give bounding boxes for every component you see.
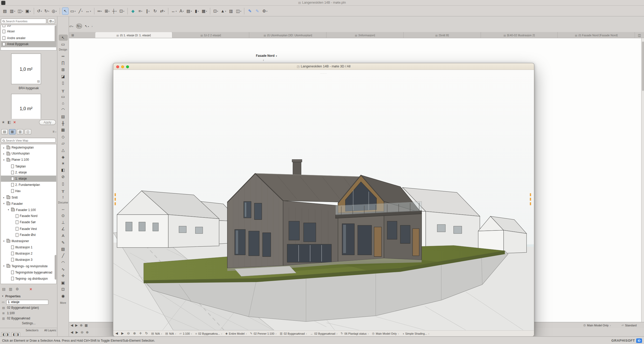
tree-item-2-etasje[interactable]: 2. etasje <box>1 169 56 175</box>
main-field-standard[interactable]: ▱Standard <box>621 324 636 327</box>
tree-item-utomhusplan[interactable]: ▸Utomhusplan <box>1 151 56 157</box>
favorite-preview-card[interactable]: 1,0 m² ▨ <box>11 94 41 119</box>
tool-drawing[interactable]: ⊡ <box>59 286 68 292</box>
toolbar-button-line-mode[interactable]: ╱▾ <box>77 7 84 15</box>
delete-view-button[interactable]: × <box>30 287 32 291</box>
tool-zone[interactable]: ▱ <box>59 140 68 146</box>
toolbar-button-arrow[interactable]: ↖ <box>62 7 69 15</box>
viewmap-settings-icon[interactable]: ⚙ <box>16 287 19 291</box>
tree-item-tegnings-og-revisjonsliste[interactable]: ▾Tegnings- og revisjonsliste <box>1 263 56 269</box>
apply-button[interactable]: Apply <box>39 120 56 125</box>
tool-beam-segment[interactable]: ╥ <box>59 187 68 193</box>
main-field-main-model-only[interactable]: ◎Main Model Only› <box>583 324 611 327</box>
canvas-scrollbar[interactable] <box>641 38 644 322</box>
disclosure-icon[interactable]: ▾ <box>3 240 5 242</box>
toolbar-button-open[interactable]: ▥▾ <box>9 7 16 15</box>
tree-item-tegningsliste-bygges-knad[interactable]: Tegningsliste byggesøknad <box>1 269 56 276</box>
viewer-field-scale-1-100[interactable]: ▱1:100› <box>179 332 192 335</box>
disclosure-icon[interactable]: ▸ <box>3 152 5 155</box>
tool-text[interactable]: A <box>59 233 68 239</box>
favorites-settings-button[interactable]: ⚙▾ <box>48 18 55 24</box>
toolbar-button-snap-points[interactable]: ⊡▾ <box>119 7 125 15</box>
tab-informasjon[interactable]: ▤[Informasjon] <box>327 32 404 38</box>
strip-back-button[interactable]: ◀ <box>71 330 73 334</box>
viewer-field-sheet-n-a[interactable]: ▤N/A› <box>165 332 176 335</box>
canvas-forward-button[interactable]: ▶ <box>75 323 78 327</box>
viewer-field-renovation-filter-06-planlagt-status[interactable]: ↻06 Planlagt status› <box>341 332 369 335</box>
tool-camera[interactable]: ◉ <box>59 293 68 299</box>
viewmode-layout-button[interactable]: ▥ <box>17 129 23 135</box>
viewmap-search-input[interactable] <box>6 139 54 142</box>
tree-item-illustrasjon-1[interactable]: Illustrasjon 1 <box>1 244 56 250</box>
tool-level-dimension[interactable]: ⊥ <box>59 219 68 226</box>
elevation-marker[interactable]: Fasade Nord ▼ <box>256 54 277 58</box>
property-row-02-bygges-knad[interactable]: ▥02 Byggesøknad <box>0 316 57 321</box>
mini-toolbar-rotate-view-button[interactable]: ↻▾ <box>76 23 82 29</box>
disclosure-icon[interactable]: ▾ <box>7 209 10 211</box>
viewer-zoom-in-button[interactable]: ⊕ <box>133 332 136 335</box>
app-icon[interactable] <box>1 1 5 5</box>
tool-arc[interactable]: ◠ <box>59 259 68 266</box>
toolbar-button-distribute[interactable]: ∥▾ <box>144 7 151 15</box>
viewer-pan-button[interactable]: ✛ <box>139 332 142 335</box>
toolbar-button-find-select[interactable]: ◎▾ <box>51 7 58 15</box>
favorites-search[interactable] <box>1 18 46 24</box>
viewer-field-shading-simple-shading[interactable]: ◑Simple Shading...› <box>402 332 429 335</box>
viewer-field-layer-02-bygges-kna[interactable]: ≡02 Byggesøkna...› <box>195 332 222 335</box>
tool-wall[interactable]: ═ <box>59 53 68 59</box>
toolbar-button-redo[interactable]: ↻▾ <box>44 7 50 15</box>
tree-item-planer-1-100[interactable]: ▾Planer 1:100 <box>1 157 56 163</box>
tree-item-takplan[interactable]: Takplan <box>1 163 56 169</box>
toolbar-button-organizer[interactable]: ▥ <box>228 7 234 15</box>
viewer-zoom-out-button[interactable]: ⊖ <box>127 332 130 335</box>
tree-item-hav[interactable]: Hav <box>1 188 56 194</box>
viewmap-scrollbar[interactable] <box>55 255 57 279</box>
window-drag-dots[interactable]: ∙∙∙∙∙∙ <box>320 72 327 75</box>
tool-opening[interactable]: ⊘ <box>59 174 68 180</box>
3d-render[interactable] <box>113 70 534 330</box>
strip-forward-button[interactable]: ▶ <box>76 330 78 334</box>
toolbar-button-publish[interactable]: ▲▾ <box>220 7 227 15</box>
tool-arrow[interactable]: ↖ <box>59 34 68 41</box>
viewer-back-button[interactable]: ◀ <box>115 332 118 335</box>
toolbar-button-mirror[interactable]: ⇄▾ <box>159 7 166 15</box>
disclosure-icon[interactable]: ▾ <box>3 202 5 205</box>
toolbar-button-pens[interactable]: ▮▾ <box>193 7 200 15</box>
canvas-zoom-button[interactable]: ⊕ <box>80 323 83 327</box>
viewer-field-pen-set-02-penner-1-100[interactable]: ✎02 Penner 1:100› <box>250 332 277 335</box>
tool-skylight[interactable]: ◪ <box>59 73 68 80</box>
tool-polyline[interactable]: ∿ <box>59 266 68 272</box>
disclosure-icon[interactable]: ▾ <box>3 265 5 268</box>
tool-shell[interactable]: ◠ <box>59 107 68 113</box>
toolbar-button-print[interactable]: ▣▾ <box>25 7 32 15</box>
minimize-button[interactable] <box>121 65 124 68</box>
new-folder-icon[interactable]: ▤ <box>2 287 6 291</box>
tool-line[interactable]: ╱ <box>59 253 68 259</box>
properties-header[interactable]: ▾ Properties <box>0 294 57 299</box>
tree-item-snitt[interactable]: ▸Snitt <box>1 194 56 200</box>
viewer-titlebar[interactable]: ◳ Langeneskilen 14B - møte 3D / All <box>113 63 534 70</box>
viewer-window-3d[interactable]: ◳ Langeneskilen 14B - møte 3D / All <box>113 63 534 336</box>
tool-window[interactable]: ⊞ <box>59 67 68 73</box>
tab-i-1-etasje-3-1-etasje[interactable]: ▤(I) 1. etasje [3: 1. etasje] <box>95 32 172 38</box>
tree-item-fasade-s-r[interactable]: Fasade Sør <box>1 219 56 226</box>
tree-item-illustrasjoner[interactable]: ▾Illustrasjoner <box>1 238 56 244</box>
toolbar-button-pen[interactable]: ✎ <box>254 7 261 15</box>
tool-fill[interactable]: ▨ <box>59 246 68 252</box>
viewmode-publisher-button[interactable]: ◫ <box>25 129 31 135</box>
tool-beam[interactable]: ╥ <box>59 87 68 93</box>
tree-item-1-etasje[interactable]: 1. etasje <box>1 175 56 182</box>
tree-item-fasader[interactable]: ▾Fasader <box>1 201 56 207</box>
tree-item-fasade-nord[interactable]: Fasade Nord <box>1 213 56 219</box>
viewer-orbit-button[interactable]: ↻ <box>145 332 148 335</box>
tool-radial-dimension[interactable]: ⊙ <box>59 213 68 219</box>
settings-button[interactable]: Settings... <box>0 321 57 325</box>
tool-stair[interactable]: ▤ <box>59 114 68 120</box>
tool-railing[interactable]: ╫ <box>59 120 68 127</box>
canvas-back-button[interactable]: ◀ <box>71 323 73 327</box>
tree-item-tegning-og-distribusjon[interactable]: Tegning- og distribusjon <box>1 276 56 282</box>
strip-zoom-out-button[interactable]: ⊖ <box>81 330 83 334</box>
canvas-fit-button[interactable]: ▦ <box>85 323 88 327</box>
viewer-field-layer-combination-02-bygges-knad[interactable]: ▥02 Byggesøknad› <box>280 332 307 335</box>
delete-favorite-button[interactable]: × <box>13 120 16 124</box>
